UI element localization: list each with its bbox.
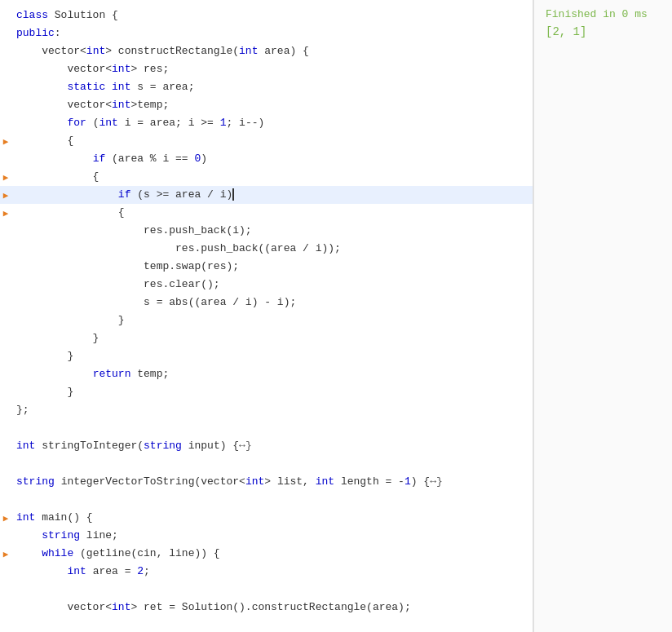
gutter-18 xyxy=(0,312,11,329)
gutter-16 xyxy=(0,276,11,294)
gutter-9 xyxy=(0,150,11,168)
line-content-32: int area = 2; xyxy=(11,563,533,581)
gutter-20 xyxy=(0,347,11,365)
gutter-15 xyxy=(0,258,11,276)
gutter-1 xyxy=(0,7,11,24)
line-content-9: if (area % i == 0) xyxy=(11,150,533,168)
line-content-19: } xyxy=(11,329,533,347)
code-line-34: vector<int> ret = Solution().constructRe… xyxy=(0,599,533,617)
line-content-25: int stringToInteger(string input) {↔} xyxy=(11,437,533,455)
line-content-14: res.push_back((area / i)); xyxy=(11,240,533,258)
code-line-29: ▶ int main() { xyxy=(0,509,533,527)
arrow-29: ▶ xyxy=(3,513,9,524)
line-content-8: { xyxy=(11,132,533,150)
code-line-5: static int s = area; xyxy=(0,78,533,96)
gutter-27 xyxy=(0,473,11,491)
line-content-31: while (getline(cin, line)) { xyxy=(11,545,533,563)
code-line-10: ▶ { xyxy=(0,168,533,186)
code-line-28 xyxy=(0,491,533,509)
line-content-17: s = abs((area / i) - i); xyxy=(11,294,533,312)
code-line-24 xyxy=(0,419,533,437)
code-line-32: int area = 2; xyxy=(0,563,533,581)
gutter-28 xyxy=(0,491,11,509)
gutter-2 xyxy=(0,24,11,42)
gutter-33 xyxy=(0,581,11,599)
gutter-24 xyxy=(0,419,11,437)
gutter-35 xyxy=(0,617,11,632)
code-line-23: }; xyxy=(0,401,533,419)
gutter-22 xyxy=(0,383,11,401)
line-content-21: return temp; xyxy=(11,365,533,383)
line-content-7: for (int i = area; i >= 1; i--) xyxy=(11,114,533,132)
arrow-12: ▶ xyxy=(3,208,9,219)
code-line-3: vector<int> constructRectangle(int area)… xyxy=(0,42,533,60)
code-line-22: } xyxy=(0,383,533,401)
gutter-10: ▶ xyxy=(0,168,11,186)
line-content-35 xyxy=(11,617,533,632)
code-line-31: ▶ while (getline(cin, line)) { xyxy=(0,545,533,563)
gutter-7 xyxy=(0,114,11,132)
gutter-12: ▶ xyxy=(0,204,11,222)
line-content-5: static int s = area; xyxy=(11,78,533,96)
line-content-24 xyxy=(11,419,533,437)
code-line-8: ▶ { xyxy=(0,132,533,150)
line-content-26 xyxy=(11,455,533,473)
line-content-2: public: xyxy=(11,24,533,42)
code-line-20: } xyxy=(0,347,533,365)
code-line-33 xyxy=(0,581,533,599)
line-content-3: vector<int> constructRectangle(int area)… xyxy=(11,42,533,60)
line-content-6: vector<int>temp; xyxy=(11,96,533,114)
line-content-12: { xyxy=(11,204,533,222)
code-line-11: ▶ if (s >= area / i) xyxy=(0,186,533,204)
code-line-26 xyxy=(0,455,533,473)
code-line-16: res.clear(); xyxy=(0,276,533,294)
gutter-29: ▶ xyxy=(0,509,11,527)
line-content-28 xyxy=(11,491,533,509)
gutter-8: ▶ xyxy=(0,132,11,150)
line-content-30: string line; xyxy=(11,527,533,545)
arrow-31: ▶ xyxy=(3,549,9,559)
code-line-19: } xyxy=(0,329,533,347)
code-line-17: s = abs((area / i) - i); xyxy=(0,294,533,312)
code-line-12: ▶ { xyxy=(0,204,533,222)
gutter-25 xyxy=(0,437,11,455)
gutter-34 xyxy=(0,599,11,617)
arrow-11: ▶ xyxy=(3,190,9,201)
code-line-21: return temp; xyxy=(0,365,533,383)
finished-label: Finished in 0 ms xyxy=(546,8,661,20)
line-content-27: string integerVectorToString(vector<int>… xyxy=(11,473,533,491)
line-content-4: vector<int> res; xyxy=(11,60,533,78)
code-line-30: string line; xyxy=(0,527,533,545)
code-line-7: for (int i = area; i >= 1; i--) xyxy=(0,114,533,132)
gutter-13 xyxy=(0,222,11,240)
line-content-34: vector<int> ret = Solution().constructRe… xyxy=(11,599,533,617)
arrow-10: ▶ xyxy=(3,172,9,183)
line-content-1: class Solution { xyxy=(11,7,533,24)
gutter-14 xyxy=(0,240,11,258)
line-content-11: if (s >= area / i) xyxy=(11,186,533,204)
code-line-6: vector<int>temp; xyxy=(0,96,533,114)
line-content-22: } xyxy=(11,383,533,401)
line-content-18: } xyxy=(11,312,533,329)
result-value: [2, 1] xyxy=(546,25,661,38)
code-line-25: int stringToInteger(string input) {↔} xyxy=(0,437,533,455)
code-line-4: vector<int> res; xyxy=(0,60,533,78)
code-line-9: if (area % i == 0) xyxy=(0,150,533,168)
gutter-3 xyxy=(0,42,11,60)
code-line-1: class Solution { xyxy=(0,7,533,24)
gutter-21 xyxy=(0,365,11,383)
code-line-13: res.push_back(i); xyxy=(0,222,533,240)
line-content-13: res.push_back(i); xyxy=(11,222,533,240)
gutter-26 xyxy=(0,455,11,473)
code-editor[interactable]: class Solution { public: vector<int> con… xyxy=(0,0,533,632)
gutter-32 xyxy=(0,563,11,581)
line-content-16: res.clear(); xyxy=(11,276,533,294)
line-content-29: int main() { xyxy=(11,509,533,527)
code-line-15: temp.swap(res); xyxy=(0,258,533,276)
code-line-27: string integerVectorToString(vector<int>… xyxy=(0,473,533,491)
line-content-20: } xyxy=(11,347,533,365)
code-line-35 xyxy=(0,617,533,632)
line-content-33 xyxy=(11,581,533,599)
results-panel: Finished in 0 ms [2, 1] xyxy=(533,0,672,632)
gutter-6 xyxy=(0,96,11,114)
